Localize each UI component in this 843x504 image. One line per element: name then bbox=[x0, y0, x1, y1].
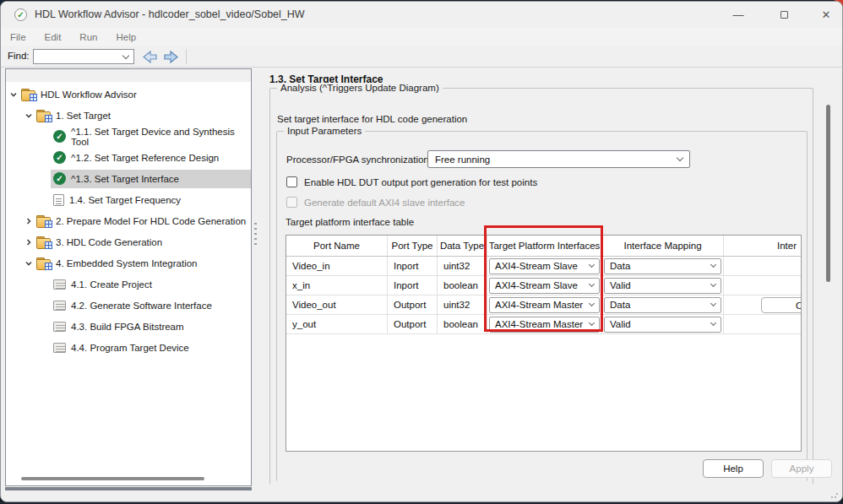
menu-edit[interactable]: Edit bbox=[35, 32, 71, 42]
window-resize-grip[interactable] bbox=[830, 490, 839, 499]
interface-mapping-dropdown[interactable]: Data bbox=[604, 258, 721, 274]
cell-interface-options bbox=[724, 315, 802, 333]
find-next-button[interactable] bbox=[162, 48, 181, 65]
tree-item-label: HDL Workflow Advisor bbox=[41, 89, 137, 100]
dropdown-value: Data bbox=[610, 261, 630, 271]
chevron-down-icon bbox=[710, 262, 716, 268]
maximize-button[interactable] bbox=[770, 2, 798, 27]
table-row-x-in: x_in Inport boolean AXI4-Stream Slave Va… bbox=[286, 276, 802, 295]
panel-vertical-scrollbar[interactable] bbox=[826, 105, 830, 282]
expander-expanded-icon[interactable] bbox=[24, 258, 34, 268]
title-bar: HDL Workflow Advisor - hdlcoder_sobel_vi… bbox=[1, 2, 842, 28]
tree-item-create-project[interactable]: 4.1. Create Project bbox=[6, 274, 251, 295]
tree-item-hdl-workflow-advisor[interactable]: HDL Workflow Advisor bbox=[6, 84, 251, 105]
input-parameters-group-label: Input Parameters bbox=[284, 126, 365, 136]
tree-item-prepare-model[interactable]: 2. Prepare Model For HDL Code Generation bbox=[6, 210, 251, 231]
minimize-button[interactable]: — bbox=[724, 2, 753, 27]
tree-item-program-target-device[interactable]: 4.4. Program Target Device bbox=[6, 337, 251, 358]
expander-expanded-icon[interactable] bbox=[24, 111, 34, 121]
tree-item-label: 4.4. Program Target Device bbox=[71, 343, 189, 353]
workflow-folder-icon bbox=[21, 89, 35, 100]
interface-options-button[interactable]: O bbox=[761, 297, 802, 313]
tree-item-label: 4.1. Create Project bbox=[71, 279, 152, 290]
tree-item-label: ^1.3. Set Target Interface bbox=[71, 174, 179, 184]
target-interface-dropdown[interactable]: AXI4-Stream Slave bbox=[489, 278, 600, 294]
dropdown-value: AXI4-Stream Slave bbox=[495, 280, 578, 290]
target-interface-dropdown[interactable]: AXI4-Stream Master bbox=[489, 297, 600, 313]
tree-item-label: 1. Set Target bbox=[56, 111, 111, 121]
tree-item-generate-software-interface[interactable]: 4.2. Generate Software Interface bbox=[6, 295, 251, 316]
tree-horizontal-scrollbar[interactable] bbox=[21, 477, 204, 480]
col-header-data-type: Data Type bbox=[438, 236, 487, 256]
cell-interface-options bbox=[724, 257, 802, 275]
tree-item-set-target-interface[interactable]: ^1.3. Set Target Interface bbox=[6, 168, 251, 189]
col-header-interface-mapping: Interface Mapping bbox=[602, 236, 724, 256]
cell-port-type: Inport bbox=[388, 276, 438, 295]
chevron-down-icon bbox=[589, 281, 595, 287]
expander-collapsed-icon[interactable] bbox=[24, 216, 34, 226]
interface-mapping-dropdown[interactable]: Data bbox=[604, 297, 721, 313]
find-toolbar: Find: bbox=[1, 46, 842, 68]
dropdown-value: AXI4-Stream Slave bbox=[495, 261, 578, 271]
workflow-folder-icon bbox=[36, 110, 51, 121]
tree-item-label: 4.2. Generate Software Interface bbox=[71, 301, 212, 311]
find-combobox[interactable] bbox=[33, 49, 134, 64]
cell-port-name: Video_in bbox=[286, 257, 388, 275]
check-passed-icon bbox=[53, 172, 66, 185]
col-header-port-type: Port Type bbox=[388, 236, 438, 256]
test-points-checkbox[interactable] bbox=[286, 176, 297, 187]
tree-item-embedded-system-integration[interactable]: 4. Embedded System Integration bbox=[6, 252, 251, 274]
menu-help[interactable]: Help bbox=[106, 32, 145, 42]
maximize-icon bbox=[780, 11, 788, 19]
chevron-down-icon bbox=[710, 301, 716, 306]
chevron-down-icon bbox=[589, 262, 595, 268]
tree-item-label: ^1.2. Set Target Reference Design bbox=[71, 153, 219, 163]
arrow-left-icon bbox=[142, 51, 157, 63]
menu-run[interactable]: Run bbox=[70, 32, 106, 42]
left-pane-scrollbar[interactable] bbox=[5, 487, 252, 490]
tree-item-build-fpga-bitstream[interactable]: 4.3. Build FPGA Bitstream bbox=[6, 316, 251, 337]
target-interface-dropdown[interactable]: AXI4-Stream Slave bbox=[489, 258, 600, 274]
task-list-icon bbox=[53, 322, 66, 332]
processor-fpga-sync-dropdown[interactable]: Free running bbox=[427, 150, 690, 168]
tree-item-set-target-reference-design[interactable]: ^1.2. Set Target Reference Design bbox=[6, 147, 251, 168]
sync-selected-value: Free running bbox=[435, 154, 490, 165]
panel-splitter-handle[interactable] bbox=[254, 223, 257, 247]
workflow-folder-icon bbox=[36, 215, 51, 226]
chevron-down-icon bbox=[677, 154, 683, 161]
tree-item-set-target-frequency[interactable]: 1.4. Set Target Frequency bbox=[6, 189, 251, 210]
tree-item-label: 2. Prepare Model For HDL Code Generation bbox=[56, 216, 246, 226]
menu-file[interactable]: File bbox=[1, 32, 35, 42]
axi4-checkbox-label: Generate default AXI4 slave interface bbox=[304, 198, 465, 208]
tree-item-label: 4. Embedded System Integration bbox=[56, 258, 198, 268]
task-doc-icon bbox=[53, 194, 64, 206]
close-button[interactable]: ✕ bbox=[812, 2, 840, 27]
hdl-workflow-advisor-window: HDL Workflow Advisor - hdlcoder_sobel_vi… bbox=[0, 1, 843, 502]
tree-item-hdl-code-generation[interactable]: 3. HDL Code Generation bbox=[6, 231, 251, 252]
help-button[interactable]: Help bbox=[703, 459, 764, 478]
dropdown-value: Data bbox=[610, 300, 630, 310]
col-header-port-name: Port Name bbox=[286, 236, 388, 256]
tree-item-set-target-device[interactable]: ^1.1. Set Target Device and Synthesis To… bbox=[6, 126, 251, 147]
apply-button[interactable]: Apply bbox=[771, 459, 832, 478]
cell-port-type: Inport bbox=[388, 257, 438, 275]
target-interface-dropdown[interactable]: AXI4-Stream Master bbox=[489, 317, 600, 333]
close-icon: ✕ bbox=[822, 8, 831, 21]
cell-port-name: x_in bbox=[286, 276, 388, 295]
task-list-icon bbox=[53, 301, 66, 311]
expander-expanded-icon[interactable] bbox=[8, 89, 19, 100]
tree-item-label: 3. HDL Code Generation bbox=[56, 237, 162, 247]
chevron-down-icon bbox=[710, 320, 716, 326]
workflow-folder-icon bbox=[36, 236, 51, 247]
axi4-slave-checkbox bbox=[286, 197, 297, 208]
tree-header-strip bbox=[6, 69, 251, 82]
find-label: Find: bbox=[8, 51, 30, 61]
tree-item-set-target[interactable]: 1. Set Target bbox=[6, 105, 251, 126]
interface-mapping-dropdown[interactable]: Valid bbox=[604, 317, 721, 333]
find-previous-button[interactable] bbox=[140, 48, 159, 65]
dropdown-value: AXI4-Stream Master bbox=[495, 300, 583, 310]
expander-collapsed-icon[interactable] bbox=[24, 237, 34, 247]
interface-mapping-dropdown[interactable]: Valid bbox=[604, 278, 721, 294]
dropdown-value: Valid bbox=[610, 319, 631, 329]
check-passed-icon bbox=[53, 151, 66, 164]
